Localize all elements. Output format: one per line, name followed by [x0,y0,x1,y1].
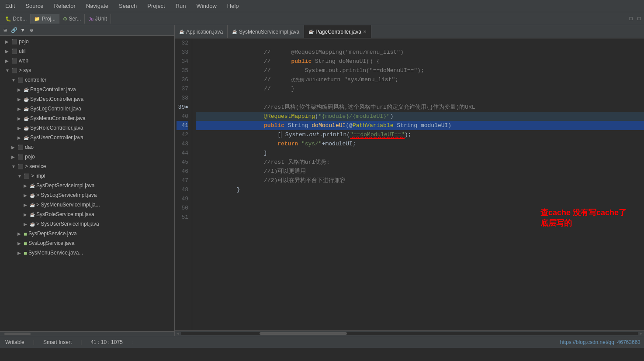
tab-debug-label: Deb... [13,16,27,22]
filter-icon[interactable]: ▼ [19,27,26,34]
tree-arrow: ▶ [5,58,11,63]
list-item[interactable]: ▶ ☕ SysDeptServiceImpl.java [0,181,174,190]
java-file-icon: ☕ [30,193,35,198]
list-item[interactable]: ▼ ⬛ > sys [0,65,174,75]
code-editor[interactable]: 32 33 34 35 36 37 38 39● 40 41 42 43 44 … [175,38,644,336]
list-item[interactable]: ▼ ⬛ > service [0,162,174,171]
list-item[interactable]: ▶ ⬛ dao [0,142,174,152]
menu-window[interactable]: Window [195,2,218,10]
tree-arrow: ▼ [17,174,24,179]
java-file-icon: ☕ [24,135,29,140]
maximize-button[interactable]: □ [636,15,642,22]
tab-project-label: Proj... [42,16,55,22]
editor-horizontal-scrollbar[interactable]: ◀ ▶ [175,330,644,336]
line-numbers: 32 33 34 35 36 37 38 39● 40 41 42 43 44 … [175,38,192,330]
list-item[interactable]: ▶ ☕ SysDeptController.java [0,94,174,104]
tree-arrow: ▶ [17,116,24,121]
tab-project[interactable]: 📁 Proj... [31,14,59,24]
code-line-51 [196,213,644,222]
menu-navigate[interactable]: Navigate [84,2,110,10]
panel-tabs-bar: 🐛 Deb... 📁 Proj... ⚙ Ser... Ju JUnit □ □ [0,12,644,25]
list-item[interactable]: ▶ ☕ PageController.java [0,85,174,94]
status-url[interactable]: https://blog.csdn.net/qq_46763663 [560,339,641,345]
tree-arrow: ▶ [17,241,24,246]
interface-file-icon: ◼ [24,231,27,236]
menu-run[interactable]: Run [174,2,188,10]
list-item[interactable]: ▶ ☕ SysRoleServiceImpl.java [0,210,174,219]
tree-arrow: ▶ [24,222,30,227]
tree-arrow: ▶ [11,155,17,159]
tree-item-label: pojo [19,38,29,45]
status-writable[interactable]: Writable [3,339,26,345]
code-line-48 [196,185,644,194]
tree-arrow: ▶ [17,126,24,131]
tree-item-label: SysRoleServiceImpl.java [36,211,94,217]
list-item[interactable]: ▶ ☕ SysRoleController.java [0,123,174,133]
tab-application-label: Application.java [186,29,223,35]
java-file-icon: ☕ [24,107,29,111]
code-line-35: // 优先购:791173return "sys/menu_list"; [196,66,644,75]
status-sep1: | [33,339,35,345]
tab-server[interactable]: ⚙ Ser... [59,14,85,24]
list-item[interactable]: ▶ ◼ SysMenuService.java... [0,248,174,258]
java-tab-icon: ☕ [179,29,184,34]
tab-sysmenuservice-label: SysMenuServiceImpl.java [239,29,299,35]
list-item[interactable]: ▶ ☕ > SysLogServiceImpl.java [0,190,174,200]
status-insert-mode[interactable]: Smart Insert [42,339,73,345]
tree-item-label: util [19,48,25,54]
tree-item-label: SysLogService.java [28,240,74,246]
tree-arrow: ▶ [5,39,11,44]
list-item[interactable]: ▼ ⬛ > impl [0,171,174,181]
menu-edit[interactable]: Edit [3,2,17,10]
tab-sysmenuservice-java[interactable]: ☕ SysMenuServiceImpl.java [228,25,304,38]
code-line-49 [196,194,644,203]
project-tree[interactable]: ▶ ⬛ pojo ▶ ⬛ util ▶ ⬛ web ▼ ⬛ [0,36,174,331]
tab-pagecontroller-label: PageController.java [315,29,361,35]
tab-close-button[interactable]: ✕ [363,29,367,34]
collapse-all-icon[interactable]: ⊞ [2,27,9,34]
link-with-editor-icon[interactable]: 🔗 [10,27,17,34]
tree-arrow: ▶ [17,231,24,236]
status-sep3: : [132,339,133,345]
package-icon: ⬛ [24,173,30,179]
settings-icon[interactable]: ⚙ [28,27,35,34]
left-horizontal-scrollbar[interactable] [0,331,174,336]
code-line-32: // @RequestMapping("menu/menu_list") [196,38,644,48]
editor-tabs-bar: ☕ Application.java ☕ SysMenuServiceImpl.… [175,25,644,38]
list-item[interactable]: ▶ ◼ SysDeptService.java [0,229,174,238]
tree-item-label: pojo [25,154,35,160]
menu-search[interactable]: Search [117,2,138,10]
list-item[interactable]: ▶ ◼ SysLogService.java [0,238,174,248]
tab-pagecontroller-java[interactable]: ☕ PageController.java ✕ [304,25,371,38]
tab-application-java[interactable]: ☕ Application.java [175,25,228,38]
tree-arrow: ▶ [24,193,30,198]
list-item[interactable]: ▶ ☕ > SysMenuServiceImpl.ja... [0,200,174,210]
package-icon: ⬛ [17,154,24,160]
java-file-icon: ☕ [24,116,29,121]
menu-source[interactable]: Source [24,2,45,10]
java-file-icon: ☕ [24,87,29,92]
list-item[interactable]: ▼ ⬛ controller [0,75,174,85]
tree-arrow: ▶ [5,49,11,54]
list-item[interactable]: ▶ ☕ SysLogController.java [0,104,174,113]
menu-refactor[interactable]: Refactor [52,2,77,10]
list-item[interactable]: ▶ ⬛ web [0,56,174,65]
tree-arrow: ▶ [17,107,24,111]
tree-item-label: > service [25,163,46,169]
list-item[interactable]: ▶ ☕ SysMenuController.java [0,113,174,123]
minimize-button[interactable]: □ [628,15,634,22]
tab-junit[interactable]: Ju JUnit [85,14,111,24]
java-tab-icon: ☕ [232,29,237,34]
tab-debug[interactable]: 🐛 Deb... [2,14,31,24]
list-item[interactable]: ▶ ☕ SysUserController.java [0,133,174,142]
list-item[interactable]: ▶ ☕ > SysUserServiceImpl.java [0,219,174,229]
list-item[interactable]: ▶ ⬛ pojo [0,152,174,162]
tree-arrow: ▶ [24,183,30,188]
menu-help[interactable]: Help [225,2,241,10]
list-item[interactable]: ▶ ⬛ util [0,46,174,56]
menu-project[interactable]: Project [145,2,166,10]
package-icon: ⬛ [11,48,17,54]
tree-item-label: SysDeptServiceImpl.java [36,182,94,189]
list-item[interactable]: ▶ ⬛ pojo [0,37,174,46]
status-right-area: https://blog.csdn.net/qq_46763663 [560,339,641,345]
